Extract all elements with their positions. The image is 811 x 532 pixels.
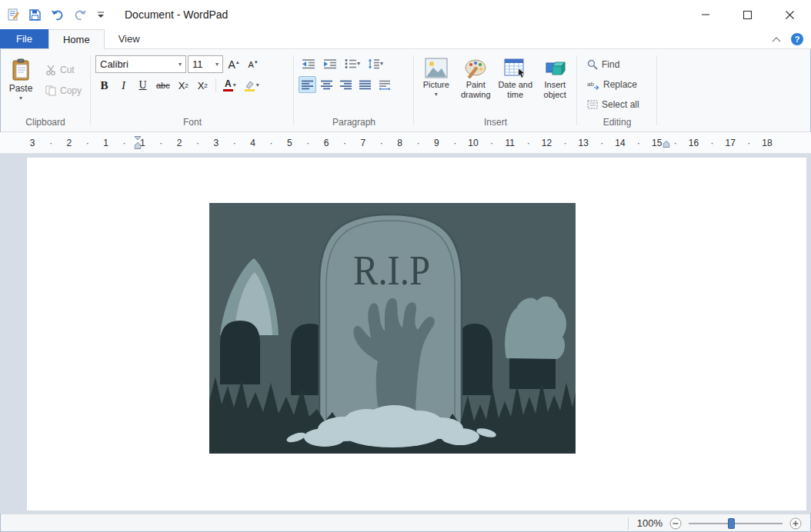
indent-marker[interactable] [135,136,142,151]
font-size-value: 11 [192,58,203,70]
align-left-button[interactable] [299,76,316,93]
ribbon-group-editing: Find ab Replace Select all Editing [577,49,657,131]
ruler-tick: · [527,138,530,148]
ruler-number: 16 [689,138,699,148]
highlight-dropdown-arrow: ▾ [256,82,259,88]
save-button[interactable] [29,9,41,21]
zoom-in-button[interactable] [789,517,802,530]
subscript-button[interactable]: X2 [175,77,192,94]
maximize-button[interactable] [726,0,769,29]
replace-button[interactable]: ab Replace [584,77,657,92]
ruler-number: 12 [542,138,552,148]
minimize-button[interactable] [684,0,726,29]
ruler-tick: · [674,138,677,148]
cut-button[interactable]: Cut [42,62,85,78]
picture-button[interactable]: Picture ▾ [417,55,456,101]
superscript-button[interactable]: X2 [194,77,212,94]
chevron-up-icon [772,37,781,42]
paint-drawing-icon [464,58,487,78]
font-family-value: Calibri [100,58,128,70]
shrink-font-letter: A [249,60,254,69]
tab-file[interactable]: File [0,29,48,48]
ribbon-tab-row: File Home View ? [0,29,811,49]
wordpad-app-icon[interactable] [7,8,19,21]
paragraph-dialog-icon [379,80,391,90]
list-dropdown-arrow: ▾ [357,61,360,67]
font-color-button[interactable]: A ▾ [220,77,239,94]
ruler-tick: · [269,138,272,148]
select-all-button[interactable]: Select all [584,97,657,112]
font-family-select[interactable]: Calibri ▾ [95,55,186,73]
shrink-font-button[interactable]: A ▾ [244,56,262,73]
decrease-indent-button[interactable] [299,55,319,72]
ruler-tick: · [122,138,125,148]
title-bar: Document - WordPad [0,0,811,29]
undo-icon [51,9,64,21]
picture-label: Picture [419,80,454,90]
collapse-ribbon-button[interactable] [772,34,781,45]
bold-button[interactable]: B [95,77,113,94]
maximize-icon [743,10,753,20]
document-page[interactable]: R.I.P [27,158,806,510]
customize-toolbar-button[interactable] [97,12,105,18]
ruler-tick: · [306,138,309,148]
tab-view[interactable]: View [105,29,154,48]
font-size-select[interactable]: 11 ▾ [188,55,223,73]
ruler-number: 15 [652,138,662,148]
italic-button[interactable]: I [115,77,132,94]
zoom-slider[interactable] [689,517,783,530]
grow-font-button[interactable]: A ▴ [225,56,242,73]
graveyard-image[interactable]: R.I.P [209,203,576,454]
right-indent-marker[interactable] [663,139,670,150]
ruler-number: 2 [66,138,72,148]
date-and-time-button[interactable]: Date and time [496,55,535,101]
redo-button[interactable] [74,9,87,21]
copy-button[interactable]: Copy [42,83,85,98]
grow-font-letter: A [229,58,235,71]
line-spacing-button[interactable]: ▾ [365,55,386,72]
cut-label: Cut [60,65,75,75]
paint-drawing-label: Paint drawing [458,80,493,100]
picture-icon [425,58,448,78]
find-button[interactable]: Find [584,57,657,72]
paste-button[interactable]: Paste ▾ [3,55,38,105]
align-left-icon [302,80,313,90]
ribbon-empty-space [657,49,811,131]
ruler-tick: · [233,138,236,148]
list-button[interactable]: ▾ [342,55,363,72]
zoom-out-button[interactable] [669,517,682,530]
window-title: Document - WordPad [125,8,228,21]
ruler-tick: · [563,138,566,148]
align-center-button[interactable] [318,76,335,93]
highlight-button[interactable]: ▾ [241,77,262,94]
paragraph-dialog-button[interactable] [375,76,394,93]
find-label: Find [602,59,619,70]
ruler-number: 4 [250,138,255,148]
list-icon [345,58,357,69]
copy-label: Copy [60,85,82,96]
zoom-slider-thumb[interactable] [728,518,735,529]
font-family-dropdown-arrow: ▾ [179,62,182,68]
statusbar-divider [628,517,629,530]
increase-indent-button[interactable] [320,55,340,72]
font-color-icon: A [223,79,233,91]
ruler-number: 18 [762,138,772,148]
paste-icon [10,58,32,81]
ruler-tick: · [86,138,89,148]
align-right-button[interactable] [337,76,355,93]
increase-indent-icon [323,58,337,69]
close-button[interactable] [769,0,811,29]
align-justify-button[interactable] [356,76,374,93]
ruler-tick: · [490,138,493,148]
ruler-number: 3 [30,138,35,148]
underline-button[interactable]: U [134,77,152,94]
document-area: R.I.P [0,154,811,514]
strikethrough-button[interactable]: abc [153,77,173,94]
undo-button[interactable] [51,9,64,21]
insert-object-button[interactable]: Insert object [536,55,575,101]
line-spacing-icon [368,58,380,69]
help-button[interactable]: ? [791,33,803,45]
paint-drawing-button[interactable]: Paint drawing [457,55,496,101]
tab-home[interactable]: Home [48,29,105,49]
wordpad-window: Document - WordPad File Home View ? [0,0,811,532]
